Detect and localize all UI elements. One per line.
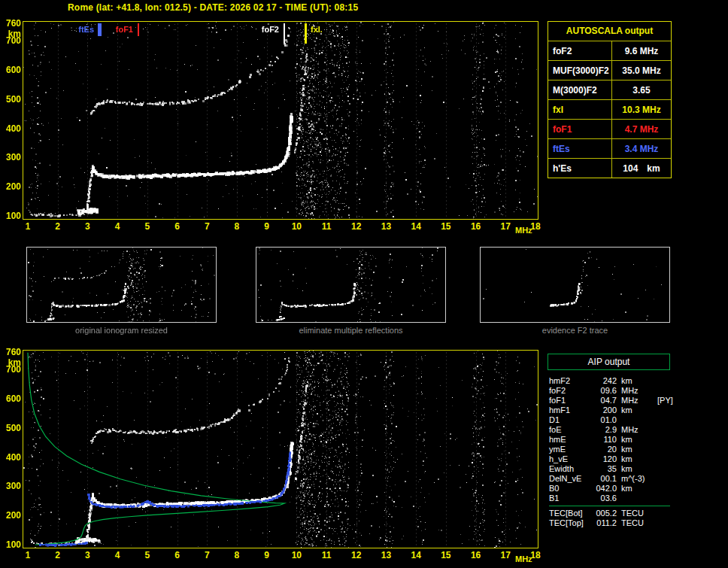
x-tick-label: 16: [466, 221, 486, 232]
marker-label-ftEs: ftEs: [78, 25, 94, 34]
aip-row-hmF1: hmF1200km: [549, 405, 699, 415]
aip-param-name: foE: [549, 425, 594, 435]
x-tick-label: 4: [108, 221, 127, 232]
autoscala-param-name: h'Es: [548, 159, 612, 178]
autoscala-param-value: 4.7 MHz: [612, 120, 671, 138]
aip-param-suffix: [657, 454, 683, 464]
x-tick-label: 11: [317, 221, 336, 232]
aip-param-value: 20: [594, 445, 621, 454]
x-tick-label: 14: [406, 221, 426, 232]
aip-row-foF2: foF209.6MHz: [549, 386, 699, 396]
aip-param-unit: km: [621, 435, 657, 445]
y-tick-label: 300: [2, 152, 21, 163]
aip-param-unit: [621, 494, 657, 503]
thumbnail-canvas-3: [481, 248, 669, 322]
aip-param-unit: MHz: [621, 396, 657, 405]
aip-param-name: hmF2: [549, 376, 594, 386]
aip-param-suffix: [657, 518, 683, 528]
aip-param-value: 01.0: [594, 415, 621, 425]
x-tick-label: 16: [466, 550, 486, 560]
aip-row-foE: foE2.9MHz: [549, 425, 699, 435]
thumbnail-canvas-2: [256, 248, 445, 322]
aip-param-name: DelN_vE: [549, 474, 594, 484]
y-tick-label: 600: [2, 393, 21, 404]
aip-row-hmF2: hmF2242km: [549, 376, 699, 386]
autoscala-row-MUF3000F2: MUF(3000)F235.0 MHz: [548, 60, 671, 80]
x-tick-label: 6: [168, 550, 187, 560]
aip-row-ymE: ymE20km: [549, 445, 699, 454]
y-tick-label: 500: [2, 423, 21, 433]
y-tick-label: 100: [2, 539, 21, 550]
x-tick-label: 8: [227, 550, 247, 560]
aip-param-suffix: [657, 425, 683, 435]
aip-param-value: 011.2: [594, 518, 621, 528]
autoscala-row-foF2: foF29.6 MHz: [548, 41, 671, 60]
x-tick-label: 13: [376, 221, 396, 232]
aip-param-value: 2.9: [594, 425, 621, 435]
aip-param-value: 242: [594, 376, 621, 386]
autoscala-row-foF1: foF14.7 MHz: [548, 119, 671, 138]
aip-param-unit: [621, 415, 657, 425]
aip-param-unit: km: [621, 445, 657, 454]
aip-param-value: 120: [594, 454, 621, 464]
x-tick-label: 4: [108, 550, 127, 560]
aip-param-name: TEC[Bot]: [549, 509, 594, 518]
aip-title: AIP output: [548, 354, 670, 370]
aip-param-name: TEC[Top]: [549, 518, 594, 528]
aip-param-name: foF2: [549, 386, 594, 396]
aip-row-foF1: foF104.7MHz[PY]: [549, 396, 699, 405]
marker-label-foF1: foF1: [116, 25, 133, 34]
aip-param-value: 03.6: [594, 494, 621, 503]
autoscala-app-window: Rome (lat: +41.8, lon: 012.5) - DATE: 20…: [0, 0, 728, 568]
aip-param-unit: m^(-3): [621, 474, 657, 484]
x-tick-label: 13: [376, 550, 396, 560]
autoscala-title: AUTOSCALA output: [548, 22, 671, 41]
aip-param-value: 042.0: [594, 484, 621, 494]
ionogram-plot-bottom: [23, 350, 538, 548]
x-tick-label: 9: [257, 550, 277, 560]
aip-param-suffix: [657, 405, 683, 415]
y-tick-label: 200: [2, 181, 21, 192]
autoscala-param-value: 9.6 MHz: [612, 41, 671, 60]
aip-param-unit: km: [621, 405, 657, 415]
aip-param-name: D1: [549, 415, 594, 425]
autoscala-param-name: foF2: [548, 41, 612, 60]
aip-param-unit: km: [621, 464, 657, 474]
aip-param-suffix: [657, 386, 683, 396]
aip-separator: [549, 506, 670, 506]
ionogram-canvas-bottom: [23, 351, 538, 548]
x-tick-label: 5: [138, 221, 157, 232]
aip-param-value: 200: [594, 405, 621, 415]
x-tick-label: 11: [317, 550, 336, 560]
aip-row-TECBot: TEC[Bot]005.2TECU: [549, 509, 699, 518]
aip-param-suffix: [657, 494, 683, 503]
x-tick-label: 10: [287, 550, 306, 560]
y-tick-label: 400: [2, 452, 21, 463]
thumbnail-caption: evidence F2 trace: [480, 326, 670, 335]
x-tick-label: 2: [48, 221, 68, 232]
x-tick-label: 7: [197, 221, 217, 232]
x-tick-label: 5: [138, 550, 157, 560]
marker-line-ftEs: [98, 23, 102, 36]
aip-param-unit: TECU: [621, 509, 657, 518]
ionogram-plot-top: ftEsfoF1foF2fxI.: [23, 21, 538, 220]
autoscala-row-fxI: fxI10.3 MHz: [548, 99, 671, 119]
y-tick-label: 200: [2, 510, 21, 521]
aip-param-value: 09.6: [594, 386, 621, 396]
aip-param-unit: TECU: [621, 518, 657, 528]
y-tick-label: 500: [2, 94, 21, 105]
y-tick-label: 400: [2, 123, 21, 134]
aip-row-D1: D101.0: [549, 415, 699, 425]
autoscala-param-name: foF1: [548, 120, 612, 138]
x-tick-label: 8: [227, 221, 247, 232]
thumbnail-panel-3: [480, 247, 670, 323]
thumbnail-panel-2: [256, 247, 446, 323]
aip-param-name: h_vE: [549, 454, 594, 464]
marker-label-foF2: foF2: [262, 25, 279, 34]
marker-line-foF1: [138, 23, 139, 36]
aip-param-value: 04.7: [594, 396, 621, 405]
aip-param-name: ymE: [549, 445, 594, 454]
aip-param-suffix: [657, 445, 683, 454]
aip-row-TECTop: TEC[Top]011.2TECU: [549, 518, 699, 528]
aip-param-suffix: [657, 435, 683, 445]
